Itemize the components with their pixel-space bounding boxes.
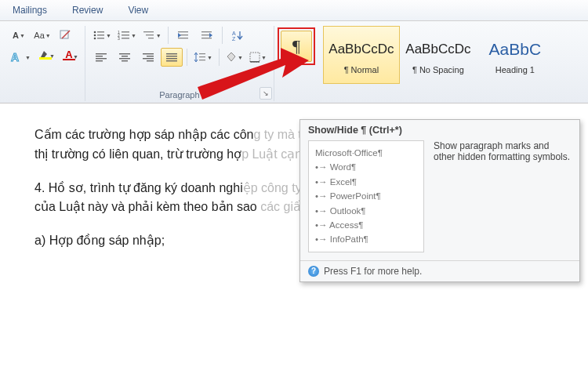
align-right-button[interactable] [137,48,159,67]
svg-rect-33 [143,53,154,54]
style-no-spacing[interactable]: AaBbCcDc ¶ No Spacing [400,26,477,84]
svg-rect-0 [60,31,68,38]
svg-rect-26 [96,56,103,56]
tooltip-sample-item: •→ Excel¶ [315,175,417,189]
svg-rect-43 [199,60,205,60]
svg-text:3: 3 [118,36,120,41]
change-case-button[interactable]: Aa▼ [31,26,53,45]
separator [219,49,220,66]
svg-rect-32 [122,60,128,61]
sort-button[interactable]: AZ [227,26,249,45]
svg-rect-45 [250,61,260,63]
svg-rect-16 [148,38,154,38]
tooltip-title: Show/Hide ¶ (Ctrl+*) [300,120,579,137]
borders-button[interactable]: ▼ [247,48,269,67]
svg-rect-42 [199,56,205,57]
svg-rect-41 [199,53,205,54]
svg-rect-13 [122,38,129,39]
style-sample: AaBbC [489,35,542,64]
svg-rect-20 [201,31,212,32]
numbering-button[interactable]: 123▼ [115,26,139,45]
ribbon: A▼ Aa▼ A▼ ▼ A ▼ [0,21,588,103]
tooltip-sample-item: •→ PowerPoint¶ [315,189,417,203]
svg-point-2 [94,31,96,34]
styles-gallery: AaBbCcDc ¶ Normal AaBbCcDc ¶ No Spacing … [315,26,554,100]
decrease-indent-button[interactable] [172,26,194,45]
align-center-button[interactable] [114,48,136,67]
show-hide-button[interactable]: ¶ [281,31,312,62]
svg-text:A: A [11,51,19,64]
increase-indent-button[interactable] [196,26,218,45]
tab-mailings[interactable]: Mailings [9,3,50,17]
tooltip-sample-item: •→ Word¶ [315,160,417,174]
svg-rect-22 [201,38,212,38]
paragraph-dialog-launcher[interactable]: ↘ [260,87,272,100]
multilevel-list-button[interactable]: ▼ [140,26,164,45]
svg-point-4 [94,34,96,37]
style-heading-1[interactable]: AaBbC Heading 1 [477,26,554,84]
paragraph-group-label: Paragraph [90,89,269,100]
align-left-button[interactable] [90,48,112,67]
bullets-button[interactable]: ▼ [90,26,114,45]
font-color-button[interactable]: A ▼ [58,48,80,67]
svg-point-6 [94,38,96,40]
svg-rect-35 [143,58,154,59]
svg-rect-31 [119,58,130,59]
tooltip-sample-item: •→ InfoPath¶ [315,232,417,246]
justify-button[interactable] [161,48,183,67]
tab-view[interactable]: View [125,3,151,17]
svg-text:Z: Z [232,36,236,41]
tooltip-sample-item: •→ Outlook¶ [315,204,417,218]
show-hide-highlight-box: ¶ [278,27,315,65]
svg-rect-11 [122,34,129,36]
separator [187,49,187,66]
clear-formatting-button[interactable] [55,26,77,45]
svg-rect-7 [97,38,104,39]
svg-rect-44 [250,53,260,62]
svg-rect-5 [97,34,104,36]
style-sample: AaBbCcDc [405,35,470,64]
ribbon-tabs: Mailings Review View [0,0,588,21]
text-effects-button[interactable]: A▼ [8,48,33,67]
tooltip-sample-item: •→ Access¶ [315,218,417,232]
svg-rect-39 [166,58,177,59]
tooltip-sample-panel: Microsoft·Office¶ •→ Word¶•→ Excel¶•→ Po… [308,140,424,252]
svg-rect-19 [178,38,188,38]
svg-rect-30 [122,56,128,56]
tooltip-description: Show paragraph marks and other hidden fo… [434,140,572,252]
tooltip-footer: ? Press F1 for more help. [300,260,579,281]
line-spacing-button[interactable]: ▼ [191,48,215,67]
separator [222,27,223,44]
shading-button[interactable]: ▼ [223,48,245,67]
tab-review[interactable]: Review [69,3,106,17]
separator [168,27,169,44]
grow-font-button[interactable]: A▼ [8,26,30,45]
svg-rect-14 [143,31,154,32]
svg-rect-34 [147,56,154,56]
svg-text:A: A [232,31,236,36]
svg-rect-29 [119,53,130,54]
svg-rect-15 [146,34,154,35]
svg-rect-37 [166,53,177,54]
svg-rect-40 [166,60,177,61]
font-group-label [8,89,80,100]
style-sample: AaBbCcDc [328,35,394,64]
svg-rect-9 [122,31,129,33]
svg-rect-36 [147,60,154,61]
svg-rect-38 [166,56,177,56]
style-normal[interactable]: AaBbCcDc ¶ Normal [323,26,400,84]
highlight-button[interactable]: ▼ [34,48,56,67]
show-hide-tooltip: Show/Hide ¶ (Ctrl+*) Microsoft·Office¶ •… [299,119,580,282]
svg-rect-28 [96,60,103,61]
svg-rect-27 [96,58,107,59]
svg-rect-17 [178,31,188,32]
help-icon: ? [308,266,319,277]
svg-rect-25 [96,53,107,54]
svg-rect-3 [97,31,104,33]
